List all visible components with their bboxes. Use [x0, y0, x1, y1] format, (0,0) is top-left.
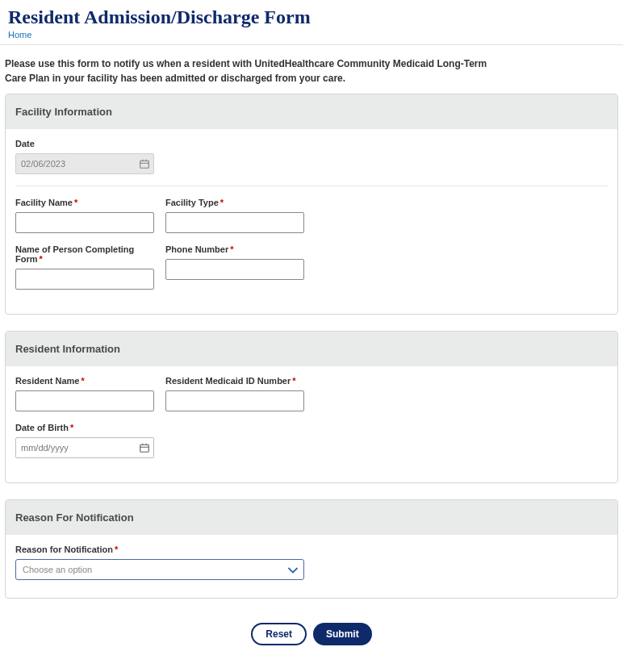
section-header-resident: Resident Information — [6, 332, 617, 366]
label-resident-name: Resident Name* — [15, 376, 154, 386]
label-phone: Phone Number* — [165, 244, 304, 254]
section-header-facility: Facility Information — [6, 94, 617, 129]
section-body-resident: Resident Name* Resident Medicaid ID Numb… — [6, 366, 617, 482]
person-name-input[interactable] — [15, 269, 154, 290]
medicaid-id-input[interactable] — [165, 390, 304, 411]
label-facility-type: Facility Type* — [165, 198, 304, 207]
section-body-facility: Date Facility Name* Facility Type* — [6, 129, 617, 314]
page-header: Resident Admission/Discharge Form Home — [0, 0, 623, 45]
resident-name-input[interactable] — [15, 390, 154, 411]
intro-text: Please use this form to notify us when a… — [5, 56, 505, 86]
date-field — [15, 153, 154, 174]
section-resident: Resident Information Resident Name* Resi… — [5, 331, 618, 483]
label-medicaid-id: Resident Medicaid ID Number* — [165, 376, 304, 386]
section-body-reason: Reason for Notification* Choose an optio… — [6, 535, 617, 598]
breadcrumb-home[interactable]: Home — [8, 30, 615, 40]
label-dob: Date of Birth* — [15, 423, 154, 432]
button-row: Reset Submit — [5, 615, 618, 662]
submit-button[interactable]: Submit — [313, 623, 372, 645]
section-header-reason: Reason For Notification — [6, 500, 617, 535]
section-facility: Facility Information Date Facility Name* — [5, 94, 618, 315]
page-title: Resident Admission/Discharge Form — [8, 6, 615, 28]
dob-input[interactable] — [15, 437, 154, 458]
reason-select-placeholder: Choose an option — [23, 565, 92, 574]
facility-type-input[interactable] — [165, 212, 304, 233]
label-date: Date — [15, 139, 154, 148]
reset-button[interactable]: Reset — [251, 623, 307, 645]
section-reason: Reason For Notification Reason for Notif… — [5, 499, 618, 599]
label-facility-name: Facility Name* — [15, 198, 154, 207]
label-person-name: Name of Person Completing Form* — [15, 244, 154, 264]
facility-name-input[interactable] — [15, 212, 154, 233]
reason-select[interactable]: Choose an option — [15, 559, 304, 580]
label-reason: Reason for Notification* — [15, 545, 608, 554]
phone-input[interactable] — [165, 259, 304, 280]
page-content: Please use this form to notify us when a… — [0, 45, 623, 662]
